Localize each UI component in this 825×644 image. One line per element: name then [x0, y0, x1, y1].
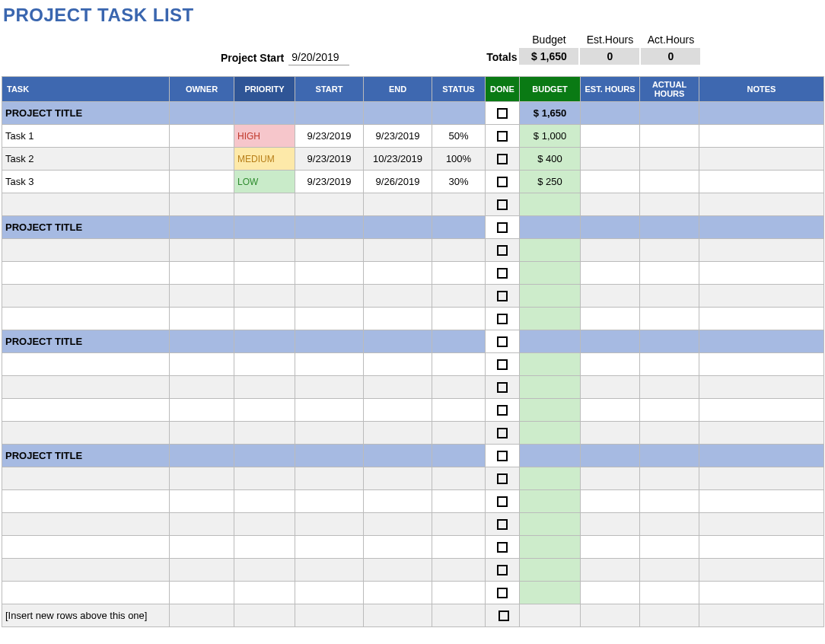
checkbox-icon[interactable]: [497, 382, 508, 393]
status-cell[interactable]: [432, 490, 486, 513]
est-cell[interactable]: [581, 171, 640, 193]
status-cell[interactable]: 30%: [432, 171, 486, 193]
budget-cell[interactable]: [520, 445, 581, 467]
done-cell[interactable]: [486, 582, 520, 604]
cell[interactable]: [364, 216, 432, 239]
cell[interactable]: [432, 445, 486, 467]
priority-cell[interactable]: LOW: [234, 171, 295, 193]
budget-cell[interactable]: [520, 467, 581, 490]
col-est[interactable]: EST. HOURS: [581, 77, 640, 102]
footer-text[interactable]: [Insert new rows above this one]: [2, 604, 170, 627]
cell[interactable]: [295, 445, 364, 467]
act-cell[interactable]: [640, 239, 699, 262]
priority-cell[interactable]: HIGH: [234, 125, 295, 148]
notes-cell[interactable]: [699, 262, 824, 285]
end-cell[interactable]: [364, 376, 432, 399]
project-start-input[interactable]: [288, 49, 349, 65]
act-cell[interactable]: [640, 171, 699, 193]
act-cell[interactable]: [640, 582, 699, 604]
notes-cell[interactable]: [699, 125, 824, 148]
budget-cell[interactable]: [520, 559, 581, 582]
owner-cell[interactable]: [170, 171, 234, 193]
status-cell[interactable]: [432, 262, 486, 285]
start-cell[interactable]: [295, 353, 364, 376]
start-cell[interactable]: [295, 399, 364, 422]
budget-cell[interactable]: [520, 399, 581, 422]
priority-cell[interactable]: [234, 582, 295, 604]
notes-cell[interactable]: [699, 353, 824, 376]
checkbox-icon[interactable]: [497, 314, 508, 324]
cell[interactable]: [640, 102, 699, 125]
priority-cell[interactable]: [234, 467, 295, 490]
budget-cell[interactable]: [520, 216, 581, 239]
end-cell[interactable]: [364, 308, 432, 330]
act-cell[interactable]: [640, 262, 699, 285]
checkbox-icon[interactable]: [497, 428, 508, 438]
cell[interactable]: [234, 102, 295, 125]
start-cell[interactable]: [295, 285, 364, 308]
done-cell[interactable]: [486, 285, 520, 308]
cell[interactable]: [581, 445, 640, 467]
checkbox-icon[interactable]: [497, 131, 508, 142]
done-cell[interactable]: [486, 422, 520, 445]
task-cell[interactable]: [2, 193, 170, 216]
cell[interactable]: [699, 330, 824, 353]
task-cell[interactable]: [2, 467, 170, 490]
status-cell[interactable]: [432, 308, 486, 330]
cell[interactable]: [581, 604, 640, 627]
budget-cell[interactable]: [520, 604, 581, 627]
est-cell[interactable]: [581, 559, 640, 582]
task-cell[interactable]: [2, 262, 170, 285]
notes-cell[interactable]: [699, 536, 824, 559]
status-cell[interactable]: [432, 559, 486, 582]
budget-cell[interactable]: [520, 582, 581, 604]
est-cell[interactable]: [581, 193, 640, 216]
owner-cell[interactable]: [170, 353, 234, 376]
status-cell[interactable]: [432, 582, 486, 604]
checkbox-icon[interactable]: [497, 473, 508, 484]
owner-cell[interactable]: [170, 376, 234, 399]
act-cell[interactable]: [640, 308, 699, 330]
status-cell[interactable]: [432, 399, 486, 422]
col-act[interactable]: ACTUAL HOURS: [640, 77, 699, 102]
cell[interactable]: [640, 604, 699, 627]
status-cell[interactable]: 100%: [432, 148, 486, 171]
task-cell[interactable]: [2, 559, 170, 582]
end-cell[interactable]: [364, 536, 432, 559]
status-cell[interactable]: [432, 285, 486, 308]
act-cell[interactable]: [640, 422, 699, 445]
budget-cell[interactable]: $ 400: [520, 148, 581, 171]
checkbox-icon[interactable]: [497, 405, 508, 416]
est-cell[interactable]: [581, 239, 640, 262]
checkbox-icon[interactable]: [497, 588, 508, 598]
notes-cell[interactable]: [699, 193, 824, 216]
task-cell[interactable]: Task 3: [2, 171, 170, 193]
end-cell[interactable]: [364, 353, 432, 376]
cell[interactable]: [295, 604, 364, 627]
start-cell[interactable]: [295, 239, 364, 262]
task-cell[interactable]: [2, 285, 170, 308]
status-cell[interactable]: [432, 422, 486, 445]
owner-cell[interactable]: [170, 308, 234, 330]
cell[interactable]: [640, 445, 699, 467]
col-notes[interactable]: NOTES: [699, 77, 824, 102]
owner-cell[interactable]: [170, 148, 234, 171]
done-cell[interactable]: [486, 330, 520, 353]
done-cell[interactable]: [486, 559, 520, 582]
col-owner[interactable]: OWNER: [170, 77, 234, 102]
section-title-cell[interactable]: PROJECT TITLE: [2, 445, 170, 467]
notes-cell[interactable]: [699, 467, 824, 490]
act-cell[interactable]: [640, 125, 699, 148]
cell[interactable]: [364, 102, 432, 125]
owner-cell[interactable]: [170, 536, 234, 559]
status-cell[interactable]: [432, 467, 486, 490]
done-cell[interactable]: [486, 102, 520, 125]
end-cell[interactable]: [364, 285, 432, 308]
cell[interactable]: [364, 445, 432, 467]
budget-cell[interactable]: [520, 239, 581, 262]
end-cell[interactable]: [364, 490, 432, 513]
notes-cell[interactable]: [699, 285, 824, 308]
done-cell[interactable]: [486, 513, 520, 536]
cell[interactable]: [364, 604, 432, 627]
checkbox-icon[interactable]: [497, 222, 508, 233]
